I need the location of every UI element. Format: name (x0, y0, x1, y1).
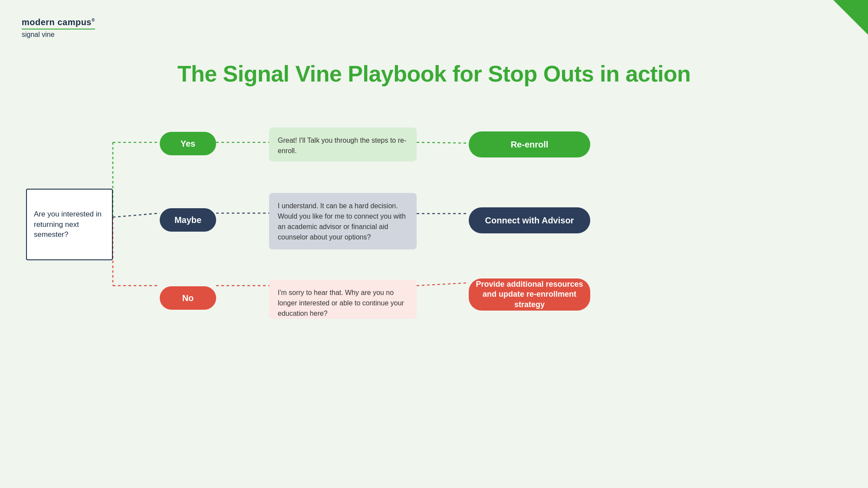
svg-line-3 (417, 142, 469, 143)
page-title: The Signal Vine Playbook for Stop Outs i… (0, 61, 868, 87)
response-no-text: I'm sorry to hear that. Why are you no l… (278, 289, 404, 317)
resources-button[interactable]: Provide additional resources and update … (469, 278, 590, 311)
question-text: Are you interested in returning next sem… (34, 209, 105, 240)
flowchart: Are you interested in returning next sem… (0, 126, 868, 462)
svg-line-4 (113, 213, 160, 217)
response-yes-box: Great! I'll Talk you through the steps t… (269, 128, 417, 161)
corner-decoration (833, 0, 868, 35)
connector-lines (0, 126, 868, 462)
reenroll-button[interactable]: Re-enroll (469, 131, 590, 157)
brand-logo: modern campus® (22, 17, 95, 27)
yes-button[interactable]: Yes (160, 132, 216, 155)
logo-area: modern campus® signal vine (22, 17, 95, 39)
product-logo: signal vine (22, 29, 95, 39)
connect-advisor-button[interactable]: Connect with Advisor (469, 207, 590, 233)
question-box: Are you interested in returning next sem… (26, 189, 113, 260)
response-yes-text: Great! I'll Talk you through the steps t… (278, 137, 406, 154)
no-button[interactable]: No (160, 286, 216, 310)
response-maybe-text: I understand. It can be a hard decision.… (278, 202, 406, 241)
response-maybe-box: I understand. It can be a hard decision.… (269, 193, 417, 249)
svg-line-10 (417, 283, 469, 285)
maybe-button[interactable]: Maybe (160, 208, 216, 232)
response-no-box: I'm sorry to hear that. Why are you no l… (269, 280, 417, 319)
